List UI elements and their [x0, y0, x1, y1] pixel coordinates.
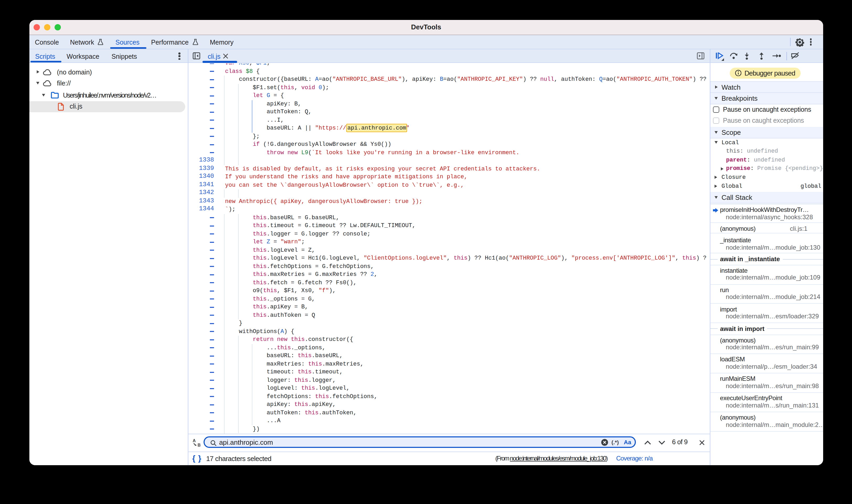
svg-text:B: B [197, 443, 200, 447]
svg-text:A: A [192, 439, 195, 443]
